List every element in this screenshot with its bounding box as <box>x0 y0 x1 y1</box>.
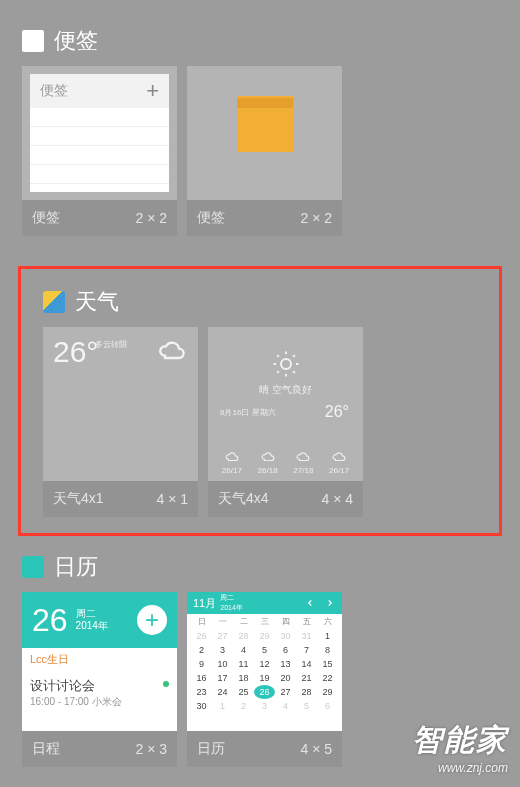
notes-paper: 便签 + <box>30 74 169 192</box>
day-cell[interactable]: 17 <box>212 671 233 685</box>
widget-notes-2x2-a[interactable]: 便签 + 便签 2 × 2 <box>22 66 177 236</box>
dow-cell: 四 <box>275 616 296 627</box>
day-cell[interactable]: 29 <box>317 685 338 699</box>
watermark-line1: 智能家 <box>412 720 508 761</box>
day-cell[interactable]: 26 <box>191 629 212 643</box>
next-month-button[interactable] <box>324 597 336 609</box>
agenda-event-title: 设计讨论会 <box>30 677 169 695</box>
watermark-line2: www.znj.com <box>412 761 508 775</box>
day-cell[interactable]: 4 <box>275 699 296 713</box>
day-cell[interactable]: 30 <box>275 629 296 643</box>
widget-weather-4x4[interactable]: 晴 空气良好 8月16日 星期六 26° 26/1726/1827/1826/1… <box>208 327 363 517</box>
widget-body: 11月 周二 2014年 日一二三四五六 2 <box>187 592 342 731</box>
section-title: 日历 <box>54 552 98 582</box>
day-cell[interactable]: 28 <box>296 685 317 699</box>
widget-name: 天气4x4 <box>218 490 269 508</box>
notes-add-icon[interactable]: + <box>146 80 159 102</box>
day-cell[interactable]: 27 <box>212 629 233 643</box>
widget-size: 4 × 4 <box>321 491 353 507</box>
day-cell[interactable]: 5 <box>296 699 317 713</box>
section-weather: 天气 26° 多云转阴 天气4x1 4 × 1 <box>18 266 502 536</box>
widget-name: 便签 <box>32 209 60 227</box>
prev-month-button[interactable] <box>304 597 316 609</box>
notes-icon <box>22 30 44 52</box>
notes-paper-head: 便签 + <box>30 74 169 108</box>
day-cell[interactable]: 11 <box>233 657 254 671</box>
day-cell[interactable]: 24 <box>212 685 233 699</box>
day-cell[interactable]: 19 <box>254 671 275 685</box>
widget-row: 便签 + 便签 2 × 2 便签 2 × 2 <box>22 66 498 236</box>
widget-calendar-4x5[interactable]: 11月 周二 2014年 日一二三四五六 2 <box>187 592 342 767</box>
day-cell[interactable]: 29 <box>254 629 275 643</box>
widget-name: 日历 <box>197 740 225 758</box>
widget-name: 便签 <box>197 209 225 227</box>
widget-name: 天气4x1 <box>53 490 104 508</box>
calendar-icon <box>22 556 44 578</box>
section-title: 天气 <box>75 287 119 317</box>
day-cell[interactable]: 26 <box>254 685 275 699</box>
day-cell[interactable]: 5 <box>254 643 275 657</box>
day-cell[interactable]: 30 <box>191 699 212 713</box>
widget-notes-2x2-b[interactable]: 便签 2 × 2 <box>187 66 342 236</box>
agenda-year: 2014年 <box>76 620 108 632</box>
section-notes: 便签 便签 + 便签 2 × 2 便签 <box>0 0 520 236</box>
widget-body: 便签 + <box>22 66 177 200</box>
widget-footer: 便签 2 × 2 <box>22 200 177 236</box>
day-cell[interactable]: 21 <box>296 671 317 685</box>
day-cell[interactable]: 13 <box>275 657 296 671</box>
day-cell[interactable]: 15 <box>317 657 338 671</box>
day-cell[interactable]: 10 <box>212 657 233 671</box>
widget-weather-4x1[interactable]: 26° 多云转阴 天气4x1 4 × 1 <box>43 327 198 517</box>
day-cell[interactable]: 16 <box>191 671 212 685</box>
calendar-month: 11月 <box>193 596 216 611</box>
agenda-event-sub: 16:00 - 17:00 小米会 <box>30 695 169 709</box>
notes-paper-label: 便签 <box>40 82 68 100</box>
cloud-icon <box>158 337 186 369</box>
day-cell[interactable]: 2 <box>233 699 254 713</box>
day-cell[interactable]: 6 <box>317 699 338 713</box>
day-cell[interactable]: 7 <box>296 643 317 657</box>
calendar-card: 11月 周二 2014年 日一二三四五六 2 <box>187 592 342 731</box>
day-cell[interactable]: 31 <box>296 629 317 643</box>
weather-forecast-row: 26/1726/1827/1826/17 <box>214 450 357 475</box>
agenda-sub: 周二 2014年 <box>76 608 108 632</box>
day-cell[interactable]: 3 <box>254 699 275 713</box>
weather-desc: 晴 空气良好 <box>208 383 363 397</box>
day-cell[interactable]: 4 <box>233 643 254 657</box>
day-cell[interactable]: 20 <box>275 671 296 685</box>
day-cell[interactable]: 18 <box>233 671 254 685</box>
day-cell[interactable]: 12 <box>254 657 275 671</box>
day-cell[interactable]: 6 <box>275 643 296 657</box>
dow-cell: 五 <box>296 616 317 627</box>
day-cell[interactable]: 1 <box>212 699 233 713</box>
forecast-item: 27/18 <box>293 450 313 475</box>
day-cell[interactable]: 14 <box>296 657 317 671</box>
weather-temp-sub: 多云转阴 <box>95 339 127 350</box>
widget-size: 2 × 3 <box>135 741 167 757</box>
day-cell[interactable]: 9 <box>191 657 212 671</box>
day-cell[interactable]: 8 <box>317 643 338 657</box>
svg-point-0 <box>281 359 291 369</box>
day-cell[interactable]: 3 <box>212 643 233 657</box>
day-cell[interactable]: 27 <box>275 685 296 699</box>
widget-agenda-2x3[interactable]: 26 周二 2014年 + Lcc生日 设计讨论会 16:00 - 17:00 … <box>22 592 177 767</box>
widget-row: 26° 多云转阴 天气4x1 4 × 1 晴 空气良好 <box>43 327 477 517</box>
calendar-head: 11月 周二 2014年 <box>187 592 342 614</box>
calendar-grid: 2627282930311234567891011121314151617181… <box>187 629 342 717</box>
section-header-weather: 天气 <box>43 277 477 327</box>
widget-name: 日程 <box>32 740 60 758</box>
day-cell[interactable]: 23 <box>191 685 212 699</box>
add-event-button[interactable]: + <box>137 605 167 635</box>
day-cell[interactable]: 22 <box>317 671 338 685</box>
day-cell[interactable]: 2 <box>191 643 212 657</box>
sun-icon <box>271 349 301 383</box>
agenda-event[interactable]: 设计讨论会 16:00 - 17:00 小米会 <box>22 671 177 715</box>
day-cell[interactable]: 1 <box>317 629 338 643</box>
day-cell[interactable]: 28 <box>233 629 254 643</box>
widget-size: 2 × 2 <box>135 210 167 226</box>
day-cell[interactable]: 25 <box>233 685 254 699</box>
widget-size: 4 × 1 <box>156 491 188 507</box>
weather-bigtemp: 26° <box>325 403 349 421</box>
forecast-item: 26/17 <box>222 450 242 475</box>
sticky-note-icon <box>237 96 293 152</box>
